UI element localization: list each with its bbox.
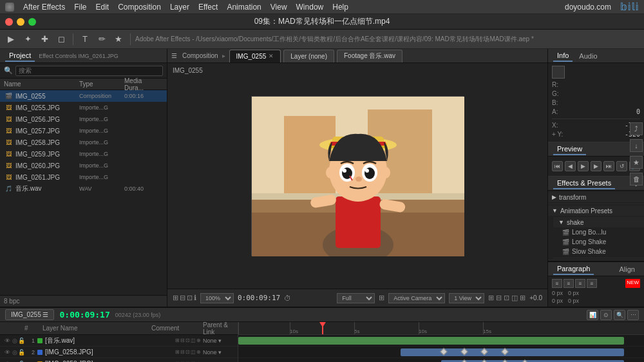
transform-header[interactable]: ▶ transform xyxy=(548,192,644,202)
tab-effects-presets[interactable]: Effects & Presets xyxy=(553,178,615,189)
shake-header[interactable]: ▼ shake xyxy=(553,217,644,227)
viewer-icon-b[interactable]: ⊟ xyxy=(496,294,502,302)
star-icon[interactable]: ★ xyxy=(630,156,643,169)
para-justify[interactable]: ≡ xyxy=(587,279,597,288)
layer-icon-c-0[interactable]: ⊡ xyxy=(185,338,190,343)
minimize-button[interactable] xyxy=(17,18,24,26)
layer-eye-0[interactable]: 👁 xyxy=(3,338,12,344)
prev-step-fwd[interactable]: ▶ xyxy=(591,161,601,171)
toolbar-text[interactable]: T xyxy=(78,32,92,46)
menu-help[interactable]: Help xyxy=(332,3,348,12)
layer-icon-d-0[interactable]: ◫ xyxy=(191,338,196,343)
viewer-icon-e[interactable]: ⊞ xyxy=(520,294,526,302)
menu-file[interactable]: File xyxy=(74,3,86,12)
tl-btn-more[interactable]: ⋯ xyxy=(627,310,639,320)
file-item-0[interactable]: 🎬 IMG_0255 Composition 0:00:16 xyxy=(0,90,167,102)
layer-solo-0[interactable]: ◎ xyxy=(12,338,18,344)
para-align-center[interactable]: ≡ xyxy=(564,279,574,288)
prev-to-start[interactable]: ⏮ xyxy=(552,161,563,171)
layer-icon-a-0[interactable]: ⊞ xyxy=(175,338,180,343)
menu-composition[interactable]: Composition xyxy=(118,3,161,12)
tab-composition-main[interactable]: IMG_0255 ✕ xyxy=(229,50,281,62)
file-item-1[interactable]: 🖼 IMG_0255.JPG Importe...G xyxy=(0,102,167,113)
share-icon[interactable]: ⤴ xyxy=(630,122,643,135)
menu-edit[interactable]: Edit xyxy=(95,3,109,12)
menu-view[interactable]: View xyxy=(270,3,287,12)
download-icon[interactable]: ↓ xyxy=(630,139,643,152)
prev-loop[interactable]: ↺ xyxy=(616,161,627,171)
layer-eye-1[interactable]: 👁 xyxy=(3,349,12,356)
tab-comp-label: IMG_0255 xyxy=(236,53,267,60)
prev-step-back[interactable]: ◀ xyxy=(565,161,576,171)
effect-long-shake[interactable]: 🎬 Long Shake xyxy=(553,237,644,247)
viewer-icon-c[interactable]: ⊡ xyxy=(504,294,509,302)
maximize-button[interactable] xyxy=(28,18,36,26)
menu-animation[interactable]: Animation xyxy=(227,3,261,12)
layer-lock-1[interactable]: 🔓 xyxy=(18,349,24,356)
tl-btn-graph[interactable]: 📊 xyxy=(587,310,598,320)
file-item-6[interactable]: 🖼 IMG_0260.JPG Importe...G xyxy=(0,160,167,171)
viewer-icon-d[interactable]: ◫ xyxy=(511,294,518,302)
tab-effect-controls[interactable]: Effect Controls IMG_0261.JPG xyxy=(39,53,118,59)
layer-icon-a-1[interactable]: ⊞ xyxy=(175,349,180,355)
tab-footage[interactable]: Footage 音乐.wav xyxy=(337,50,402,62)
tab-project[interactable]: Project xyxy=(5,50,35,62)
file-name-5: IMG_0259.JPG xyxy=(15,151,79,158)
toolbar-add[interactable]: ✚ xyxy=(37,32,52,46)
layer-solo-1[interactable]: ◎ xyxy=(12,349,18,356)
search-input[interactable] xyxy=(15,66,163,76)
para-align-left[interactable]: ≡ xyxy=(552,279,562,288)
close-button[interactable] xyxy=(5,18,13,26)
tab-align[interactable]: Align xyxy=(616,264,639,274)
tab-paragraph[interactable]: Paragraph xyxy=(553,263,594,275)
para-align-right[interactable]: ≡ xyxy=(575,279,585,288)
tab-preview[interactable]: Preview xyxy=(553,144,586,155)
tl-btn-search[interactable]: 🔍 xyxy=(614,310,625,320)
effect-slow-shake[interactable]: 🎬 Slow Shake xyxy=(553,247,644,256)
tab-info[interactable]: Info xyxy=(553,50,573,62)
tl-btn-solo[interactable]: ⊙ xyxy=(600,310,612,320)
delete-icon[interactable]: 🗑 xyxy=(630,173,643,186)
breadcrumb-comp[interactable]: Composition xyxy=(182,52,218,59)
animation-header[interactable]: ▼ Animation Presets xyxy=(548,205,644,216)
file-item-8[interactable]: 🎵 音乐.wav WAV 0:00:40 xyxy=(0,183,167,195)
layer-icon-e-0[interactable]: ⊕ xyxy=(196,338,201,343)
prev-play[interactable]: ▶ xyxy=(578,161,589,171)
effect-long-bo[interactable]: 🎬 Long Bo...lu xyxy=(553,227,644,237)
tab-audio[interactable]: Audio xyxy=(575,51,601,61)
file-item-4[interactable]: 🖼 IMG_0258.JPG Importe...G xyxy=(0,137,167,148)
menu-window[interactable]: Window xyxy=(296,3,324,12)
layer-row-2[interactable]: 👁 ◎ 🔓 3 [IMG_0258.JPG] ⊞ ⊟ ⊡ ◫ ⊕ None ▾ xyxy=(0,358,238,362)
prev-to-end[interactable]: ⏭ xyxy=(603,161,614,171)
tab-close-comp[interactable]: ✕ xyxy=(269,53,274,59)
playhead[interactable] xyxy=(322,322,323,334)
view-select[interactable]: 1 View xyxy=(449,293,484,303)
para-values: 0 px 0 px 0 px 0 px xyxy=(552,290,640,304)
layer-icon-c-1[interactable]: ⊡ xyxy=(185,349,190,355)
toolbar-rect[interactable]: ◻ xyxy=(54,32,68,46)
layer-icon-e-1[interactable]: ⊕ xyxy=(196,349,201,355)
file-item-3[interactable]: 🖼 IMG_0257.JPG Importe...G xyxy=(0,125,167,137)
toolbar-stamp[interactable]: ★ xyxy=(111,32,126,46)
file-item-7[interactable]: 🖼 IMG_0261.JPG Importe...G xyxy=(0,171,167,183)
toolbar-select[interactable]: ▶ xyxy=(4,32,18,46)
layer-row-0[interactable]: 👁 ◎ 🔓 1 [音乐.wav] ⊞ ⊟ ⊡ ◫ ⊕ None ▾ xyxy=(0,335,238,347)
camera-select[interactable]: Active Camera xyxy=(388,293,445,303)
layer-icon-d-1[interactable]: ◫ xyxy=(191,349,196,355)
file-item-2[interactable]: 🖼 IMG_0256.JPG Importe...G xyxy=(0,113,167,125)
quality-select[interactable]: Full Half Quarter xyxy=(337,293,375,303)
toolbar-brush[interactable]: ✏ xyxy=(95,32,109,46)
layer-lock-0[interactable]: 🔓 xyxy=(18,338,24,344)
menu-effect[interactable]: Effect xyxy=(198,3,218,12)
layer-icon-b-1[interactable]: ⊟ xyxy=(180,349,185,355)
tab-layer-none[interactable]: Layer (none) xyxy=(283,50,334,62)
toolbar-pen[interactable]: ✦ xyxy=(21,32,35,46)
timeline-comp-tab[interactable]: IMG_0255 ☰ xyxy=(5,309,54,320)
layer-icon-b-0[interactable]: ⊟ xyxy=(180,338,185,343)
zoom-select[interactable]: 100% 50% 200% xyxy=(200,293,234,303)
menu-aftereffects[interactable]: After Effects xyxy=(23,3,65,12)
file-item-5[interactable]: 🖼 IMG_0259.JPG Importe...G xyxy=(0,148,167,160)
layer-row-1[interactable]: 👁 ◎ 🔓 2 [IMG_0258.JPG] ⊞ ⊟ ⊡ ◫ ⊕ None ▾ xyxy=(0,347,238,358)
viewer-icon-a[interactable]: ⊞ xyxy=(488,294,494,302)
menu-layer[interactable]: Layer xyxy=(170,3,189,12)
